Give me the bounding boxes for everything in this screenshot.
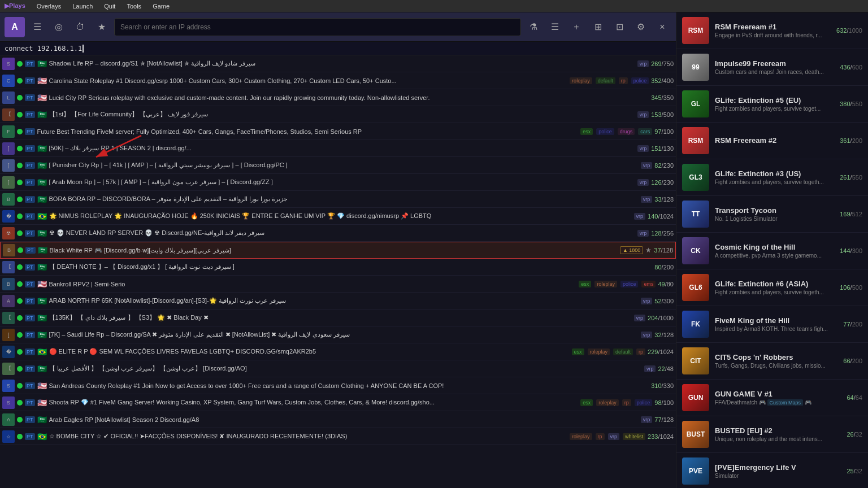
menu-button[interactable]: ☰ [28,18,46,36]
server-row[interactable]: SPT🇺🇸San Andreas County Roleplay #1 Join… [0,377,676,394]
menu-overlays[interactable]: Overlays [34,2,63,11]
status-indicator [17,400,23,406]
featured-server-row[interactable]: GL6GLife: Extinction #6 (ASIA)Fight zomb… [676,269,868,306]
featured-avatar: GL3 [682,164,709,191]
flag-icon: 🇸🇦 [37,110,47,119]
featured-server-name: GLife: Extinction #6 (ASIA) [715,280,834,288]
server-tag-vrp: vrp [637,145,649,152]
flag-icon: 🇸🇦 [37,59,47,68]
menu-game[interactable]: Game [150,2,172,11]
server-name: Shoota RP 💎 #1 FiveM Gang Server! Workin… [49,399,578,406]
server-row[interactable]: ☆PT🇧🇷☆ BOMBE CITY ☆ ✔ OFICIAL!! ➤FACÇÕES… [0,428,676,445]
menu-tools[interactable]: Tools [124,2,144,11]
featured-player-count: 632/1000 [836,27,862,34]
player-count: 269/750 [651,60,674,67]
menu-quit[interactable]: Quit [102,2,118,11]
featured-server-row[interactable]: BUSTBUSTED [EU] #2Unique, non roleplay a… [676,416,868,453]
featured-server-row[interactable]: RSMRSM Freeream #1Engage in PvS drift ar… [676,12,868,49]
server-row[interactable]: 【PT🇸🇦【1st】 【For Life Community】 【عربي】 س… [0,106,676,123]
featured-server-row[interactable]: PVE[PVE]Emergency Life VSimulator25/32 [676,453,868,488]
server-avatar: [ [2,329,15,341]
server-row[interactable]: 【PT🇸🇦【 الأفضل عربيا 】 【سيرفر عرب اوشن】 【… [0,360,676,377]
server-row[interactable]: BPT🇺🇸Bankroll RPV2 | Semi-Serioesxrolepl… [0,276,676,293]
pt-badge: PT [25,247,36,254]
server-avatar: S [2,58,15,70]
server-row[interactable]: [PT🇸🇦[ Punisher City Rp ] – [ 41k ] [ AM… [0,157,676,174]
server-row[interactable]: �PT🇧🇷🔴 ELITE R P 🔴 SEM WL FACÇÕES LIVRES… [0,343,676,360]
player-count: 345/350 [651,94,674,101]
featured-info: CIT5 Cops 'n' RobbersTurfs, Gangs, Drugs… [715,353,837,369]
server-row[interactable]: BPT🇸🇦Black White RP 🎮 [Discord.gg/b-w][س… [0,242,676,259]
server-name: Black White RP 🎮 [Discord.gg/b-w][سيرفر … [50,247,618,254]
player-count: 151/130 [651,145,674,152]
pt-badge: PT [25,60,35,67]
expand-button[interactable]: ⊡ [610,18,628,36]
server-row[interactable]: BPT🇸🇦BORA BORA RP – DISCORD/BORA – جزيرة… [0,191,676,208]
featured-server-row[interactable]: GL3GLife: Extinction #3 (US)Fight zombie… [676,159,868,196]
player-count: 126/230 [651,179,674,186]
menu-launch[interactable]: Launch [70,2,95,11]
server-row[interactable]: SPT🇸🇦Shadow Life RP – discord.gg/S1 ✯ [N… [0,55,676,72]
status-indicator [17,417,23,422]
server-row[interactable]: 【PT🇸🇦【135K】 【 سيرفر بلاك داي 】 【S3】 🌟 ✖ … [0,310,676,326]
featured-server-row[interactable]: TTTransport TycoonNo. 1 Logistics Simula… [676,196,868,233]
bookmark-button[interactable]: ★ [93,18,111,36]
flag-icon: 🇺🇸 [37,381,47,390]
server-name: Lucid City RP Serious roleplay with excl… [49,94,649,101]
close-button[interactable]: × [653,18,671,36]
server-row[interactable]: ☢PT🇸🇦☢ 💀 NEVER LAND RP SERVER 💀 ☢ Discor… [0,225,676,242]
pt-badge: PT [25,77,35,84]
status-indicator [17,61,23,67]
history-button[interactable]: ⏱ [71,18,89,36]
server-tag-default: default [596,77,615,84]
server-avatar: B [3,244,15,256]
server-row[interactable]: FPTFuture Best Trending FiveM server; Fu… [0,123,676,140]
server-tag-roleplay: roleplay [596,399,619,406]
server-row[interactable]: CPT🇺🇸Carolina State Roleplay #1 Discord.… [0,72,676,89]
server-row[interactable]: APT🇸🇦ARAB NORTH RP 65K [NotAllowlist]-[D… [0,293,676,310]
server-row[interactable]: APT🇸🇦Arab Eagles RP [NotAllowlist] Seaso… [0,411,676,428]
featured-server-row[interactable]: 99Impulse99 FreereamCustom cars and maps… [676,49,868,86]
server-row[interactable]: [PT🇸🇦[7K] – Saudi Life Rp – Discord.gg/S… [0,326,676,343]
server-avatar: A [2,413,15,426]
flag-icon: 🇺🇸 [37,76,47,85]
featured-server-desc: A competitive, pvp Arma 3 style gamemo..… [715,252,834,259]
sort-button[interactable]: ☰ [546,18,564,36]
server-tag-vrp: vrp [641,162,653,169]
pt-badge: PT [25,196,35,203]
filter-button[interactable]: ⚗ [524,18,542,36]
server-tag-vrp: vrp [637,111,649,118]
server-avatar: A [2,295,15,307]
pt-badge: PT [25,281,35,287]
featured-server-row[interactable]: FKFiveM King of the HillInspired by Arma… [676,306,868,343]
server-row[interactable]: SPT🇺🇸Shoota RP 💎 #1 FiveM Gang Server! W… [0,394,676,411]
server-tag-vrp: vrp [641,416,653,423]
add-button[interactable]: + [567,18,585,36]
server-row[interactable]: �PT🇧🇷🌟 NIMUS ROLEPLAY 🌟 INAUGURAÇÃO HOJE… [0,208,676,225]
server-row[interactable]: LPT🇺🇸Lucid City RP Serious roleplay with… [0,89,676,106]
cursor-indicator [83,45,84,53]
pt-badge: PT [25,179,35,186]
view-button[interactable]: ⊞ [589,18,607,36]
star-icon[interactable]: ★ [645,246,652,254]
featured-server-name: Cosmic King of the Hill [715,243,834,251]
flag-icon: 🇧🇷 [37,432,47,441]
server-row[interactable]: [PT🇸🇦[ Arab Moon Rp ] – [ 57k ] [ AMP ] … [0,174,676,191]
featured-server-row[interactable]: GUNGUN GAME V #1FFA/Deathmatch 🎮 Custom … [676,380,868,416]
status-indicator [17,146,23,151]
server-avatar: � [2,346,15,358]
player-count: 204/1000 [648,315,674,321]
status-indicator [17,213,23,219]
server-row[interactable]: 【PT🇸🇦【 DEATH NOTE 】– 【 Discord.gg/x1 】 [… [0,259,676,276]
server-list[interactable]: SPT🇸🇦Shadow Life RP – discord.gg/S1 ✯ [N… [0,55,676,488]
server-row[interactable]: [PT🇸🇦[50K] – سيرفر بلاك RP 1 | SEASON 2 … [0,140,676,157]
server-tag-vrp: vrp [634,315,646,321]
favorites-button[interactable]: ◎ [50,18,68,36]
featured-server-row[interactable]: CITCIT5 Cops 'n' RobbersTurfs, Gangs, Dr… [676,343,868,380]
search-input[interactable] [114,18,521,36]
featured-server-row[interactable]: RSMRSM Freeream #2361/200 [676,123,868,159]
featured-server-row[interactable]: CKCosmic King of the HillA competitive, … [676,233,868,269]
settings-button[interactable]: ⚙ [632,18,650,36]
pt-badge: PT [25,162,35,169]
featured-server-row[interactable]: GLGLife: Extinction #5 (EU)Fight zombies… [676,86,868,123]
